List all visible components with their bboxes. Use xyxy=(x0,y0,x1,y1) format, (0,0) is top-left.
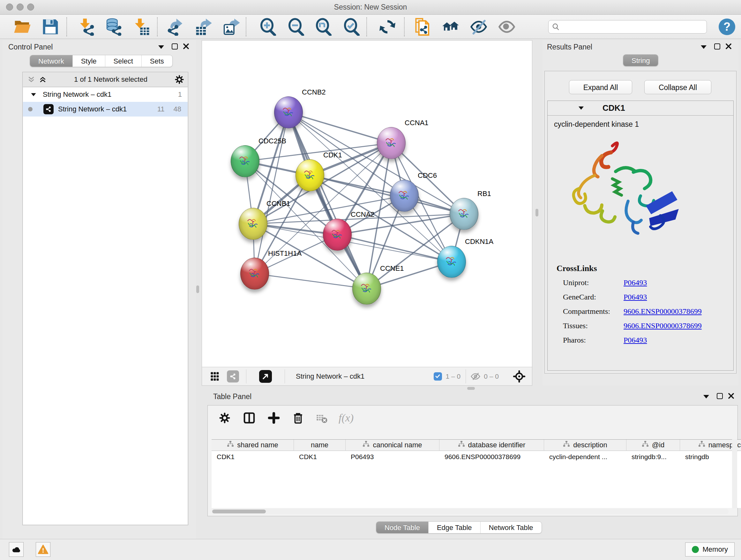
crosslink-value-link[interactable]: P06493 xyxy=(623,293,647,301)
zoom-in-icon[interactable] xyxy=(259,18,277,36)
save-session-icon[interactable] xyxy=(42,18,59,36)
float-panel-icon[interactable] xyxy=(714,44,720,50)
collection-expand-icon[interactable] xyxy=(31,93,36,96)
float-panel-icon[interactable] xyxy=(172,44,178,50)
network-node-cdk1[interactable] xyxy=(295,159,324,191)
network-edge[interactable] xyxy=(288,112,367,289)
table-row[interactable]: CDK1CDK1P064939606.ENSP00000378699cyclin… xyxy=(212,451,741,463)
close-panel-icon[interactable] xyxy=(183,43,189,50)
column-header-name[interactable]: name xyxy=(294,440,346,450)
table-cell[interactable]: CDK1 xyxy=(294,451,346,463)
tab-string[interactable]: String xyxy=(623,55,658,66)
selected-checkbox-icon[interactable] xyxy=(434,372,442,381)
crosslink-value-link[interactable]: 9606.ENSP00000378699 xyxy=(623,307,702,316)
tab-select[interactable]: Select xyxy=(105,55,141,67)
close-panel-icon[interactable] xyxy=(725,43,732,50)
network-node-ccne1[interactable] xyxy=(352,273,381,305)
view-grid-icon[interactable] xyxy=(210,371,222,382)
birdseye-icon[interactable] xyxy=(513,370,526,383)
network-node-hist1h1a[interactable] xyxy=(240,258,269,290)
splitter-handle[interactable] xyxy=(467,387,475,390)
add-column-icon[interactable] xyxy=(268,412,280,424)
splitter-handle[interactable] xyxy=(536,209,538,216)
cloud-button[interactable] xyxy=(9,542,23,557)
tab-node-table[interactable]: Node Table xyxy=(376,522,428,533)
import-network-database-icon[interactable] xyxy=(105,18,123,36)
crosslink-value-link[interactable]: P06493 xyxy=(623,336,647,345)
export-table-icon[interactable] xyxy=(195,18,212,36)
show-columns-icon[interactable] xyxy=(243,412,256,424)
cdk1-section-header[interactable]: CDK1 xyxy=(548,101,733,116)
network-node-cdc25b[interactable] xyxy=(231,145,259,177)
expand-all-icon[interactable] xyxy=(39,75,47,84)
table-cell[interactable]: CDK1 xyxy=(212,451,294,463)
close-panel-icon[interactable] xyxy=(728,393,734,399)
vertical-scrollbar[interactable] xyxy=(732,439,737,508)
delete-column-icon[interactable] xyxy=(292,412,304,424)
column-header-id[interactable]: @id xyxy=(626,440,680,450)
detach-view-icon[interactable] xyxy=(259,370,272,383)
network-edge[interactable] xyxy=(337,235,452,262)
export-network-icon[interactable] xyxy=(166,18,184,36)
splitter-handle[interactable] xyxy=(196,286,199,293)
table-settings-gear-icon[interactable] xyxy=(219,412,231,424)
show-elements-icon[interactable] xyxy=(498,18,516,36)
network-edge[interactable] xyxy=(255,273,367,289)
float-panel-icon[interactable] xyxy=(717,393,723,399)
tab-edge-table[interactable]: Edge Table xyxy=(428,522,480,533)
table-cell[interactable]: cyclin-dependent ... xyxy=(544,451,626,463)
column-header-database-identifier[interactable]: database identifier xyxy=(440,440,544,450)
panel-menu-icon[interactable] xyxy=(701,45,706,49)
table-cell[interactable]: stringdb:9... xyxy=(626,451,680,463)
network-edge[interactable] xyxy=(310,175,464,214)
column-header-canonical-name[interactable]: canonical name xyxy=(346,440,440,450)
open-session-icon[interactable] xyxy=(13,18,31,36)
column-header-shared-name[interactable]: shared name xyxy=(212,440,294,450)
network-collection-row[interactable]: String Network – cdk1 1 xyxy=(23,87,188,102)
network-node-ccna2[interactable] xyxy=(323,219,352,251)
horizontal-scrollbar-thumb[interactable] xyxy=(212,509,266,513)
crosslink-value-link[interactable]: P06493 xyxy=(623,278,647,287)
panel-menu-icon[interactable] xyxy=(158,45,164,49)
help-icon[interactable]: ? xyxy=(719,18,735,35)
network-node-ccnb2[interactable] xyxy=(274,97,303,128)
zoom-fit-icon[interactable] xyxy=(315,18,333,36)
warning-button[interactable] xyxy=(36,542,51,557)
network-node-cdc6[interactable] xyxy=(390,180,419,212)
section-collapse-icon[interactable] xyxy=(579,107,584,110)
home-network-icon[interactable] xyxy=(442,18,460,36)
collapse-all-button[interactable]: Collapse All xyxy=(644,80,711,94)
zoom-selected-icon[interactable] xyxy=(343,18,360,36)
memory-button[interactable]: Memory xyxy=(685,543,735,557)
expand-all-button[interactable]: Expand All xyxy=(569,80,632,94)
import-table-icon[interactable] xyxy=(133,18,151,36)
tab-network-table[interactable]: Network Table xyxy=(480,522,542,533)
table-cell[interactable]: 9606.ENSP00000378699 xyxy=(440,451,544,463)
network-row[interactable]: String Network – cdk1 11 48 xyxy=(23,102,188,117)
tab-style[interactable]: Style xyxy=(72,55,105,67)
horizontal-scrollbar[interactable] xyxy=(212,509,729,514)
crosslink-value-link[interactable]: 9606.ENSP00000378699 xyxy=(623,321,702,330)
network-node-rb1[interactable] xyxy=(450,198,478,230)
column-header-description[interactable]: description xyxy=(544,440,626,450)
collapse-all-icon[interactable] xyxy=(27,75,36,84)
column-header-label: @id xyxy=(652,441,664,449)
import-network-icon[interactable] xyxy=(78,18,96,36)
export-image-icon[interactable] xyxy=(223,18,241,36)
table-cell[interactable]: P06493 xyxy=(346,451,440,463)
hide-elements-icon[interactable] xyxy=(470,18,488,36)
network-node-ccnb1[interactable] xyxy=(239,208,267,240)
refresh-icon[interactable] xyxy=(379,18,396,36)
tab-sets[interactable]: Sets xyxy=(141,55,172,67)
network-edge[interactable] xyxy=(288,112,391,143)
network-node-cdkn1a[interactable] xyxy=(437,246,466,278)
tab-network[interactable]: Network xyxy=(30,55,72,67)
network-node-ccna1[interactable] xyxy=(377,127,406,159)
view-share-icon[interactable] xyxy=(227,370,239,382)
gear-icon[interactable] xyxy=(175,75,184,84)
search-input[interactable] xyxy=(560,21,706,33)
network-canvas[interactable]: CCNB2CCNA1CDC25BCDK1CDC6RB1CCNB1CCNA2CDK… xyxy=(202,41,532,367)
panel-menu-icon[interactable] xyxy=(703,395,709,398)
document-share-icon[interactable] xyxy=(413,18,431,36)
zoom-out-icon[interactable] xyxy=(287,18,305,36)
